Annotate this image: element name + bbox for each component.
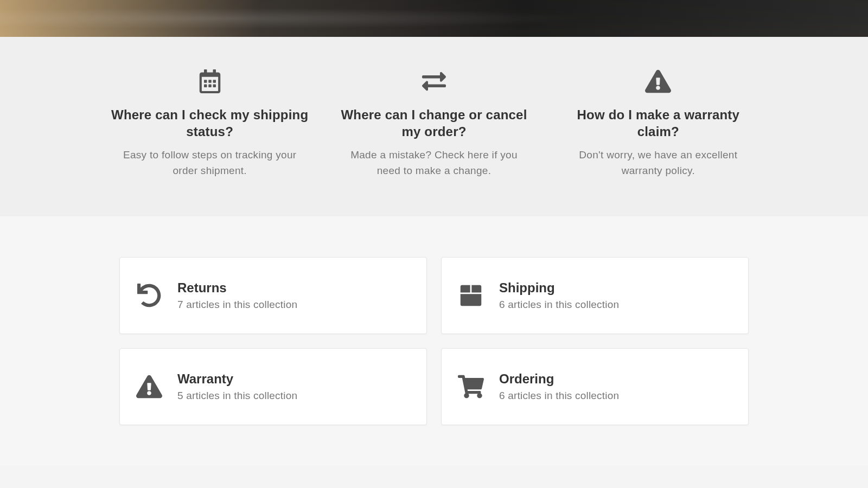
feature-title: How do I make a warranty claim?	[557, 106, 760, 140]
feature-description: Don't worry, we have an excellent warran…	[557, 147, 760, 178]
collection-title: Ordering	[499, 371, 619, 387]
warning-icon	[557, 69, 760, 93]
features-section: Where can I check my shipping status? Ea…	[0, 37, 868, 216]
feature-description: Made a mistake? Check here if you need t…	[333, 147, 535, 178]
collections-section: Returns 7 articles in this collection Sh…	[0, 216, 868, 466]
collection-shipping[interactable]: Shipping 6 articles in this collection	[441, 257, 749, 334]
feature-title: Where can I change or cancel my order?	[333, 106, 535, 140]
collection-count: 5 articles in this collection	[177, 390, 297, 402]
box-icon	[458, 284, 484, 307]
feature-title: Where can I check my shipping status?	[108, 106, 311, 140]
feature-change-order[interactable]: Where can I change or cancel my order? M…	[333, 69, 535, 178]
hero-banner	[0, 0, 868, 37]
exchange-icon	[333, 69, 535, 93]
collection-returns[interactable]: Returns 7 articles in this collection	[119, 257, 427, 334]
calendar-icon	[108, 69, 311, 93]
feature-shipping-status[interactable]: Where can I check my shipping status? Ea…	[108, 69, 311, 178]
collection-title: Warranty	[177, 371, 297, 387]
collection-count: 7 articles in this collection	[177, 299, 297, 311]
cart-icon	[458, 375, 484, 399]
feature-description: Easy to follow steps on tracking your or…	[108, 147, 311, 178]
feature-warranty-claim[interactable]: How do I make a warranty claim? Don't wo…	[557, 69, 760, 178]
collection-title: Shipping	[499, 280, 619, 296]
warning-icon	[136, 375, 162, 399]
collection-title: Returns	[177, 280, 297, 296]
collection-count: 6 articles in this collection	[499, 390, 619, 402]
undo-icon	[136, 284, 162, 307]
collection-ordering[interactable]: Ordering 6 articles in this collection	[441, 348, 749, 425]
collection-warranty[interactable]: Warranty 5 articles in this collection	[119, 348, 427, 425]
collection-count: 6 articles in this collection	[499, 299, 619, 311]
